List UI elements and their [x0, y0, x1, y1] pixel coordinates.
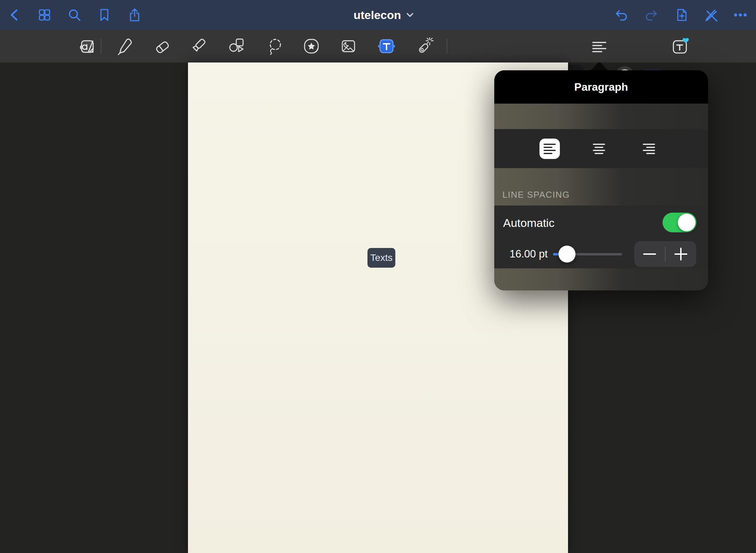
align-left-option[interactable]	[539, 139, 560, 159]
document-title: utelecon	[354, 8, 401, 22]
text-object[interactable]: Texts	[367, 248, 395, 268]
paragraph-popover: Paragraph LINE SPACING	[494, 70, 708, 290]
favorite-text-style-button[interactable]	[671, 37, 690, 56]
redo-button[interactable]	[644, 7, 659, 22]
undo-button[interactable]	[614, 7, 629, 22]
automatic-label: Automatic	[503, 216, 554, 229]
redo-icon	[644, 7, 659, 22]
line-spacing-section-label: LINE SPACING	[502, 190, 570, 200]
lasso-icon	[265, 37, 285, 56]
bookmark-icon	[97, 7, 112, 22]
line-spacing-rows: Automatic 16.00 pt	[494, 206, 708, 268]
popover-section-gap	[494, 104, 708, 129]
tool-eraser[interactable]	[153, 37, 172, 56]
spacing-value-row: 16.00 pt	[494, 240, 708, 268]
tool-editing-mode[interactable]	[78, 37, 97, 56]
search-button[interactable]	[67, 7, 82, 22]
document-title-button[interactable]: utelecon	[354, 0, 413, 30]
line-spacing-section-header: LINE SPACING	[494, 168, 708, 206]
share-button[interactable]	[127, 7, 142, 22]
align-right-option[interactable]	[639, 139, 659, 159]
tools-toolbar: HiraginoSans-... 16	[0, 30, 756, 63]
align-left-icon	[590, 37, 609, 56]
navigation-bar: utelecon	[0, 0, 756, 30]
back-button[interactable]	[7, 7, 22, 22]
share-icon	[127, 7, 142, 22]
line-spacing-slider[interactable]	[553, 253, 622, 255]
popover-footer	[494, 268, 708, 290]
line-spacing-slider-thumb[interactable]	[559, 246, 575, 263]
tool-shapes[interactable]	[227, 37, 246, 56]
tool-laser-pointer[interactable]	[415, 37, 434, 56]
page-overview-button[interactable]	[37, 7, 52, 22]
spacing-decrease-button[interactable]	[634, 241, 665, 267]
alignment-row	[494, 129, 708, 168]
tool-lasso[interactable]	[265, 37, 285, 56]
automatic-toggle[interactable]	[663, 213, 697, 232]
tool-highlighter[interactable]	[189, 37, 208, 56]
align-center-icon	[592, 142, 606, 156]
add-page-icon	[674, 7, 689, 22]
automatic-row: Automatic	[494, 206, 708, 240]
text-object-label: Texts	[370, 252, 392, 263]
pen-icon	[115, 37, 134, 56]
sticker-star-icon	[302, 37, 321, 56]
align-center-option[interactable]	[589, 139, 609, 159]
popover-arrow	[587, 61, 611, 71]
plus-icon	[674, 248, 687, 261]
align-right-icon	[642, 142, 656, 156]
text-tool-selected-icon	[377, 37, 396, 56]
toolbar-divider	[447, 39, 447, 54]
bookmark-button[interactable]	[97, 7, 112, 22]
tool-pen[interactable]	[115, 37, 134, 56]
tool-image[interactable]	[339, 37, 358, 56]
tool-text[interactable]	[377, 37, 396, 56]
pen-cross-icon	[703, 7, 718, 22]
minus-icon	[643, 253, 656, 255]
popover-title: Paragraph	[574, 81, 628, 93]
chevron-down-icon	[407, 13, 413, 17]
align-left-icon	[543, 142, 556, 156]
paragraph-options-button[interactable]	[590, 37, 609, 56]
toggle-knob	[678, 214, 695, 231]
tool-elements[interactable]	[302, 37, 321, 56]
editing-mode-icon	[78, 37, 97, 56]
search-icon	[67, 7, 82, 22]
spacing-stepper	[634, 241, 696, 267]
toolbar-divider	[101, 39, 101, 54]
popover-title-bar: Paragraph	[494, 70, 708, 104]
text-style-heart-icon	[671, 37, 690, 56]
add-page-button[interactable]	[674, 7, 689, 22]
spacing-value-label: 16.00 pt	[510, 248, 548, 260]
image-icon	[339, 37, 358, 56]
chevron-left-icon	[7, 7, 22, 22]
grid-icon	[37, 7, 52, 22]
more-button[interactable]	[733, 7, 748, 22]
highlighter-icon	[189, 37, 208, 56]
shapes-icon	[227, 37, 246, 56]
spacing-increase-button[interactable]	[666, 241, 696, 267]
ellipsis-icon	[733, 7, 748, 22]
undo-icon	[614, 7, 629, 22]
laser-pointer-icon	[415, 37, 434, 56]
eraser-icon	[153, 37, 172, 56]
exit-text-mode-button[interactable]	[703, 7, 718, 22]
